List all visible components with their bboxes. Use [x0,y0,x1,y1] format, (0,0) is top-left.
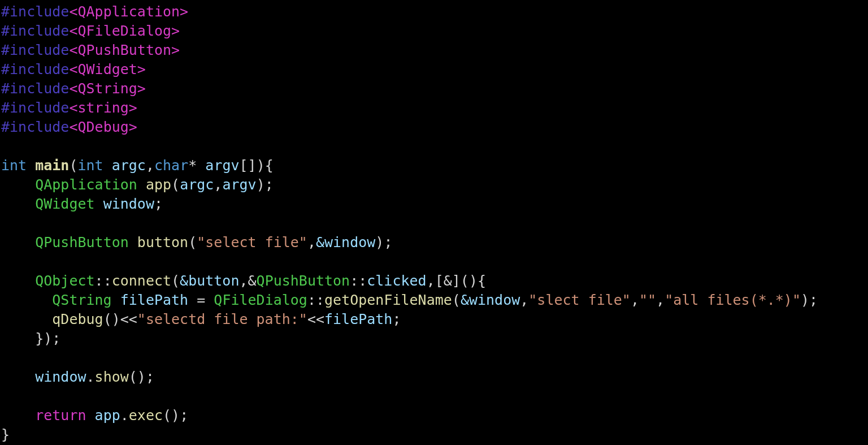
identifier: filePath [120,292,188,308]
code-line: return app.exec(); [1,407,188,424]
identifier: argc [112,157,146,174]
code-line: window.show(); [1,369,154,385]
preproc-directive: #include [1,23,69,39]
code-line: #include<QString> [1,80,146,97]
code-line: QWidget window; [1,196,163,212]
code-line: } [1,426,10,443]
code-line: QObject::connect(&button,&QPushButton::c… [1,273,486,289]
function-call: exec [129,407,163,424]
include-header: <QPushButton> [69,42,180,58]
include-header: <QApplication> [69,3,188,20]
type: QFileDialog [214,292,307,308]
code-line: #include<QFileDialog> [1,23,180,39]
function-name: main [35,157,69,174]
identifier: argc [180,176,214,193]
code-line: #include<QDebug> [1,119,137,135]
include-header: <QDebug> [69,119,137,135]
include-header: <QString> [69,80,145,97]
identifier: clicked [367,273,426,289]
include-header: <QWidget> [69,61,145,77]
code-line: QApplication app(argc,argv); [1,176,274,193]
keyword: int [78,157,103,174]
include-header: <string> [69,100,137,116]
type: QWidget [35,196,94,212]
identifier: app [146,176,171,193]
keyword: char [154,157,188,174]
code-line: #include<QApplication> [1,3,188,20]
preproc-directive: #include [1,42,69,58]
function-call: getOpenFileName [324,292,452,308]
string-literal: "" [639,292,656,308]
type: QObject [35,273,94,289]
type: QApplication [35,176,137,193]
code-line: #include<QPushButton> [1,42,180,58]
preproc-directive: #include [1,80,69,97]
string-literal: "slect file" [528,292,631,308]
identifier: window [103,196,154,212]
preproc-directive: #include [1,3,69,20]
code-line: qDebug()<<"selectd file path:"<<filePath… [1,311,401,327]
keyword: return [35,407,86,424]
function-call: show [95,369,129,385]
identifier: argv [205,157,239,174]
function-call: qDebug [52,311,103,327]
identifier: filePath [324,311,392,327]
include-header: <QFileDialog> [69,23,180,39]
preproc-directive: #include [1,100,69,116]
code-line: #include<QWidget> [1,61,146,77]
string-literal: "selectd file path:" [137,311,307,327]
keyword: int [1,157,27,174]
string-literal: "select file" [197,234,307,250]
code-line: int main(int argc,char* argv[]){ [1,157,274,174]
identifier: &window [461,292,520,308]
identifier: argv [222,176,256,193]
type: QPushButton [257,273,350,289]
code-editor[interactable]: #include<QApplication> #include<QFileDia… [0,0,868,444]
preproc-directive: #include [1,119,69,135]
type: QPushButton [35,234,129,250]
type: QString [52,292,111,308]
code-line: QPushButton button("select file",&window… [1,234,392,250]
identifier: button [137,234,188,250]
preproc-directive: #include [1,61,69,77]
code-line: }); [1,330,60,347]
identifier: window [35,369,86,385]
identifier: app [95,407,120,424]
code-line: QString filePath = QFileDialog::getOpenF… [1,292,818,308]
identifier: &window [316,234,375,250]
identifier: &button [180,273,239,289]
function-call: connect [112,273,171,289]
string-literal: "all files(*.*)" [665,292,801,308]
code-line: #include<string> [1,100,137,116]
